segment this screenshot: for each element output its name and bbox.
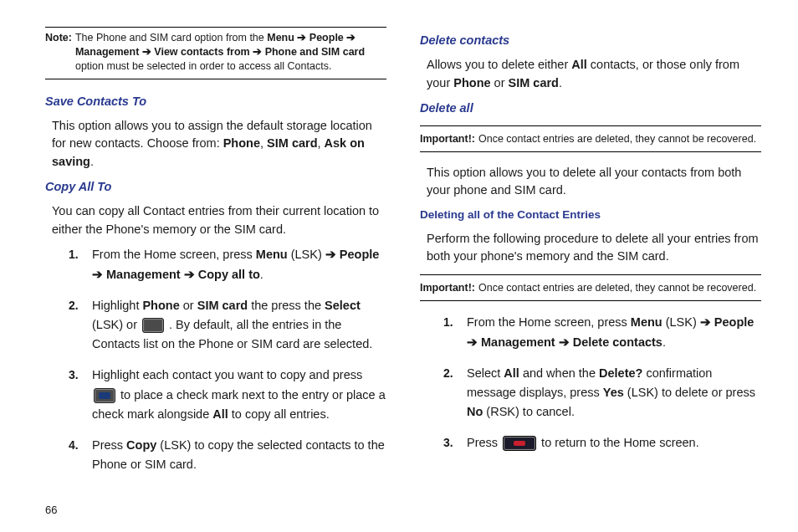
b: All (504, 366, 519, 380)
step-num: 3. (69, 366, 92, 424)
arrow-icon: ➔ (700, 315, 711, 329)
b: All (212, 407, 228, 421)
step-num: 1. (443, 313, 467, 351)
t: (LSK) (288, 248, 325, 261)
para-post: . (90, 155, 94, 168)
t: and when the (519, 366, 599, 380)
step-num: 2. (69, 296, 92, 355)
step-1: 1. From the Home screen, press Menu (LSK… (443, 313, 761, 351)
b: SIM card (197, 299, 248, 312)
para-save-contacts: This option allows you to assign the def… (52, 117, 386, 171)
para-delete-contacts: Allows you to delete either All contacts… (427, 56, 761, 93)
t: . (662, 335, 666, 349)
step-text: Highlight each contact you want to copy … (92, 366, 386, 424)
b: Phone (453, 76, 490, 90)
b: No (467, 405, 483, 418)
b: Yes (603, 386, 624, 399)
t: Allows you to delete either (427, 58, 571, 71)
arrow-icon: ➔ (184, 268, 198, 281)
t: or (491, 76, 509, 90)
t: (LSK) or (92, 318, 141, 331)
heading-delete-contacts: Delete contacts (420, 32, 761, 49)
ok-key-icon (142, 318, 164, 333)
t: Press (467, 436, 501, 449)
step-3: 3. Press to return to the Home screen. (443, 433, 761, 453)
step-num: 4. (69, 436, 92, 474)
step-num: 1. (69, 245, 92, 284)
delete-steps: 1. From the Home screen, press Menu (LSK… (443, 313, 761, 453)
note-body: The Phone and SIM card option from the M… (75, 31, 386, 74)
b: All (571, 58, 587, 71)
note-label: Note: (45, 31, 75, 74)
b: Menu (631, 315, 662, 329)
arrow-icon: ➔ (559, 335, 573, 349)
t: (LSK) (662, 315, 700, 329)
b: Copy (126, 438, 156, 452)
t: to copy all entries. (228, 407, 330, 421)
note-text-pre: The Phone and SIM card option from the (75, 32, 267, 43)
b: SIM card (509, 76, 559, 90)
copy-steps: 1. From the Home screen, press Menu (LSK… (69, 245, 386, 474)
step-2: 2. Highlight Phone or SIM card the press… (69, 296, 386, 355)
para-copy-all: You can copy all Contact entries from th… (52, 202, 386, 239)
arrow-icon: ➔ (467, 335, 478, 349)
important-box-1: Important!: Once contact entries are del… (420, 125, 761, 152)
heading-copy-all: Copy All To (45, 178, 386, 196)
step-2: 2. Select All and when the Delete? confi… (443, 364, 761, 422)
important-label: Important!: (420, 280, 478, 295)
step-3: 3. Highlight each contact you want to co… (69, 366, 386, 424)
b: Management (103, 268, 184, 281)
step-4: 4. Press Copy (LSK) to copy the selected… (69, 436, 386, 474)
b: Menu (256, 248, 288, 261)
opt-sim: SIM card (267, 136, 317, 150)
important-box-2: Important!: Once contact entries are del… (420, 274, 761, 301)
t: From the Home screen, press (467, 315, 631, 329)
step-text: Press to return to the Home screen. (467, 433, 761, 453)
t: (RSK) to cancel. (483, 405, 575, 418)
step-text: Highlight Phone or SIM card the press th… (92, 296, 386, 355)
important-text: Once contact entries are deleted, they c… (478, 131, 756, 146)
arrow-icon: ➔ (92, 268, 103, 281)
t: . (260, 268, 263, 281)
b: Select (325, 299, 361, 312)
left-column: Note: The Phone and SIM card option from… (45, 27, 386, 486)
note-text-post: option must be selected in order to acce… (75, 60, 331, 72)
b: Copy all to (198, 268, 260, 281)
b: Management (478, 335, 559, 349)
heading-delete-all: Delete all (420, 100, 761, 117)
step-text: From the Home screen, press Menu (LSK) ➔… (92, 245, 386, 284)
right-column: Delete contacts Allows you to delete eit… (420, 27, 761, 486)
step-num: 2. (443, 364, 467, 422)
step-text: From the Home screen, press Menu (LSK) ➔… (467, 313, 761, 351)
t: Highlight (92, 299, 142, 312)
t: the press the (248, 299, 325, 312)
step-text: Select All and when the Delete? confirma… (467, 364, 761, 422)
t: Highlight each contact you want to copy … (92, 368, 362, 381)
b: People (711, 315, 755, 329)
select-key-icon (94, 388, 115, 403)
t: to return to the Home screen. (538, 436, 699, 449)
t: or (180, 299, 197, 312)
t: (LSK) to delete or press (624, 386, 755, 399)
t: Press (92, 438, 126, 452)
heading-save-contacts: Save Contacts To (45, 93, 386, 110)
page-number: 66 (45, 503, 761, 519)
important-label: Important!: (420, 131, 478, 146)
b: Delete? (599, 366, 642, 380)
para-delete-all: This option allows you to delete all you… (427, 164, 761, 201)
arrow-icon: ➔ (325, 248, 336, 261)
t: From the Home screen, press (92, 248, 256, 261)
opt-phone: Phone (223, 136, 260, 150)
note-box: Note: The Phone and SIM card option from… (45, 27, 386, 79)
b: People (336, 248, 380, 261)
heading-deleting-entries: Deleting all of the Contact Entries (420, 207, 761, 223)
step-text: Press Copy (LSK) to copy the selected co… (92, 436, 386, 474)
t: . (559, 76, 562, 90)
important-text: Once contact entries are deleted, they c… (478, 280, 756, 295)
b: Delete contacts (573, 335, 662, 349)
two-column-layout: Note: The Phone and SIM card option from… (45, 27, 761, 486)
end-key-icon (503, 436, 536, 451)
t: Select (467, 366, 504, 380)
step-num: 3. (443, 433, 467, 453)
para-deleting-entries: Perform the following procedure to delet… (427, 230, 761, 267)
